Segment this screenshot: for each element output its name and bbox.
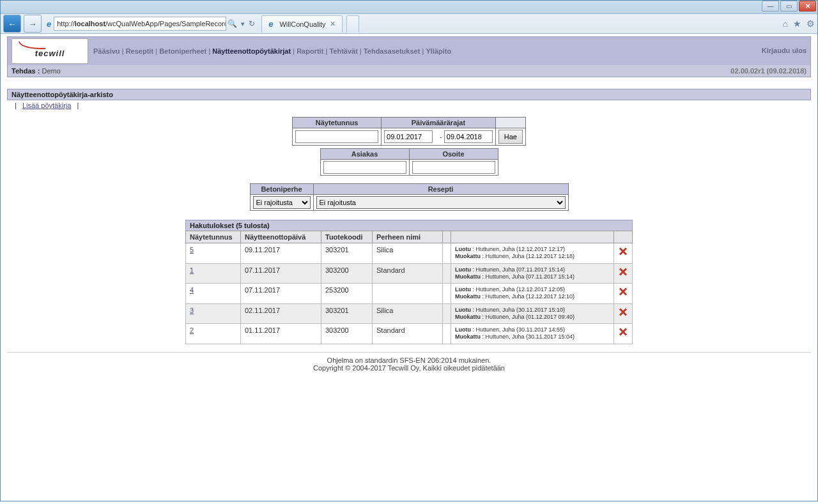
row-date: 02.11.2017 (241, 303, 321, 324)
version-text: 02.00.02r1 (09.02.2018) (730, 67, 806, 75)
customer-input[interactable] (323, 161, 406, 174)
nav-raportit[interactable]: Raportit (297, 47, 323, 55)
col-id: Näytetunnus (186, 231, 241, 243)
table-row: 509.11.2017303201SilicaLuotu : Huttunen,… (186, 243, 633, 264)
row-id-link[interactable]: 1 (190, 266, 194, 274)
browser-toolbar: ← → e http://localhost/wcQualWebApp/Page… (1, 14, 817, 34)
url-path: /wcQualWebApp/Pages/SampleRecordManage (105, 20, 226, 27)
col-product: Tuotekoodi (321, 231, 373, 243)
row-family: Silica (373, 243, 443, 264)
row-meta: Luotu : Huttunen, Juha (30.11.2017 15:10… (451, 303, 614, 324)
page-footer: Ohjelma on standardin SFS-EN 206:2014 mu… (7, 352, 811, 372)
tab-title: WillConQuality (279, 20, 325, 28)
settings-icon[interactable]: ⚙ (806, 19, 815, 29)
table-row: 302.11.2017303201SilicaLuotu : Huttunen,… (186, 303, 633, 324)
label-recipe: Resepti (313, 184, 568, 195)
row-product: 303201 (321, 243, 373, 264)
url-host: localhost (75, 20, 105, 27)
nav-reseptit[interactable]: Reseptit (126, 47, 153, 55)
refresh-icon[interactable]: ↻ (249, 19, 255, 28)
footer-line2: Copyright © 2004-2017 Tecwill Oy, Kaikki… (313, 364, 505, 372)
window-close-button[interactable]: ✕ (799, 1, 816, 11)
results-table: Näytetunnus Näytteenottopäivä Tuotekoodi… (185, 231, 633, 344)
logo: tecwill (12, 38, 88, 64)
favorites-icon[interactable]: ★ (793, 19, 801, 29)
delete-icon[interactable] (618, 266, 628, 277)
row-date: 09.11.2017 (241, 243, 321, 264)
col-date: Näytteenottopäivä (241, 231, 321, 243)
row-product: 303200 (321, 324, 373, 344)
nav-forward-button[interactable]: → (24, 15, 42, 33)
logo-text: tecwill (35, 49, 65, 58)
results-title: Hakutulokset (5 tulosta) (185, 220, 633, 231)
row-product: 303201 (321, 303, 373, 324)
home-icon[interactable]: ⌂ (783, 19, 788, 29)
delete-icon[interactable] (618, 307, 628, 317)
row-product: 253200 (321, 284, 373, 304)
row-family: Standard (373, 324, 443, 344)
nav-tehdasasetukset[interactable]: Tehdasasetukset (364, 47, 420, 55)
row-id-link[interactable]: 4 (190, 286, 194, 294)
search-button[interactable]: Hae (498, 130, 523, 144)
ie-icon: e (47, 19, 51, 29)
window-minimize-button[interactable]: — (762, 1, 779, 11)
label-date-range: Päivämäärärajat (382, 118, 496, 128)
table-row: 107.11.2017303200StandardLuotu : Huttune… (186, 263, 633, 284)
footer-line1: Ohjelma on standardin SFS-EN 206:2014 mu… (327, 356, 491, 364)
row-date: 07.11.2017 (241, 263, 321, 284)
date-to-input[interactable] (444, 130, 493, 143)
row-meta: Luotu : Huttunen, Juha (30.11.2017 14:55… (451, 324, 614, 344)
add-record-link[interactable]: Lisää pöytäkirja (22, 102, 71, 109)
nav-naytteenotto[interactable]: Näytteenottopöytäkirjat (212, 47, 291, 55)
family-select[interactable]: Ei rajoitusta (253, 196, 311, 209)
row-product: 303200 (321, 263, 373, 284)
delete-icon[interactable] (618, 286, 628, 296)
tab-close-icon[interactable]: ✕ (330, 20, 336, 28)
row-id-link[interactable]: 3 (190, 307, 194, 314)
delete-icon[interactable] (618, 246, 628, 256)
factory-label: Tehdas : (12, 67, 40, 75)
date-from-input[interactable] (384, 130, 433, 143)
section-title: Näytteenottopöytäkirja-arkisto (7, 89, 811, 100)
filter-row-1: Näytetunnus Päivämäärärajat - Hae (292, 117, 526, 146)
filter-row-2: Asiakas Osoite (320, 148, 498, 176)
col-family: Perheen nimi (373, 231, 443, 243)
window-maximize-button[interactable]: ▭ (780, 1, 798, 11)
browser-tab[interactable]: e WillConQuality ✕ (261, 15, 342, 33)
new-tab-button[interactable] (346, 15, 359, 33)
sample-id-input[interactable] (295, 130, 378, 143)
label-sample-id: Näytetunnus (293, 118, 382, 128)
row-date: 07.11.2017 (241, 284, 321, 304)
search-icon[interactable]: 🔍 (228, 19, 237, 28)
row-family: Standard (373, 263, 443, 284)
nav-paasivu[interactable]: Pääsivu (93, 47, 120, 55)
row-meta: Luotu : Huttunen, Juha (07.11.2017 15:14… (451, 263, 614, 284)
nav-betoniperheet[interactable]: Betoniperheet (159, 47, 206, 55)
address-bar[interactable]: http://localhost/wcQualWebApp/Pages/Samp… (54, 17, 226, 31)
row-family: Silica (373, 303, 443, 324)
row-date: 01.11.2017 (241, 324, 321, 344)
table-row: 407.11.2017253200Luotu : Huttunen, Juha … (186, 284, 633, 304)
tab-favicon-icon: e (268, 19, 273, 29)
addr-divider: ▾ (241, 20, 245, 28)
nav-yllapito[interactable]: Ylläpito (426, 47, 451, 55)
main-nav: Pääsivu| Reseptit| Betoniperheet| Näytte… (93, 47, 762, 55)
window-titlebar: — ▭ ✕ (1, 1, 817, 14)
row-id-link[interactable]: 5 (190, 246, 194, 254)
recipe-select[interactable]: Ei rajoitusta (316, 196, 566, 209)
app-header: tecwill Pääsivu| Reseptit| Betoniperheet… (7, 36, 811, 77)
logout-link[interactable]: Kirjaudu ulos (762, 47, 806, 54)
row-id-link[interactable]: 2 (190, 326, 194, 334)
label-address: Osoite (409, 149, 498, 160)
address-input[interactable] (412, 161, 495, 174)
label-customer: Asiakas (320, 149, 409, 160)
delete-icon[interactable] (618, 326, 628, 337)
filter-row-3: Betoniperhe Resepti Ei rajoitusta Ei raj… (250, 183, 569, 211)
nav-tehtavat[interactable]: Tehtävät (329, 47, 357, 55)
nav-back-button[interactable]: ← (3, 15, 21, 33)
row-family (373, 284, 443, 304)
table-row: 201.11.2017303200StandardLuotu : Huttune… (186, 324, 633, 344)
factory-value: Demo (42, 67, 60, 75)
label-family: Betoniperhe (250, 184, 313, 195)
url-prefix: http:// (57, 20, 75, 27)
